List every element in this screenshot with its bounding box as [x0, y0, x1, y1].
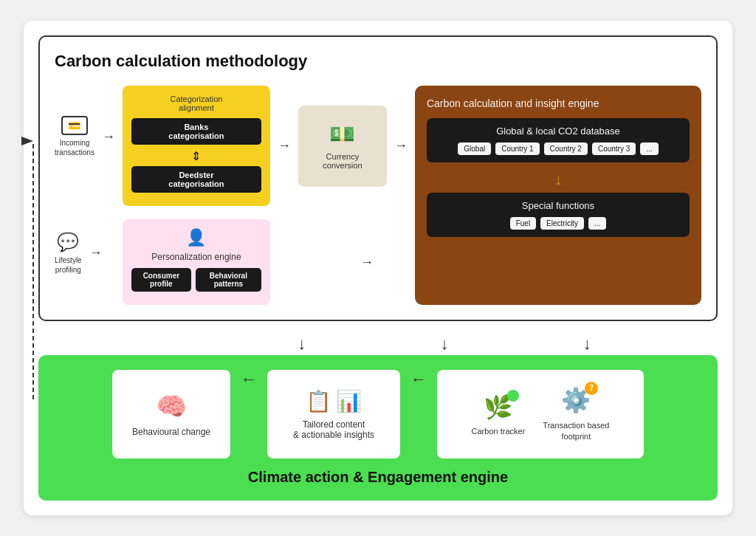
pink-buttons-row: Consumer profile Behavioral patterns — [131, 268, 261, 296]
carbon-engine-title: Carbon calculation and insight engine — [427, 97, 690, 109]
tag-global: Global — [458, 142, 491, 155]
tag-fuel: Fuel — [510, 217, 536, 230]
arrow-to-yellow: → — [102, 129, 115, 145]
tag-country3: Country 3 — [592, 142, 636, 155]
tailored-content-icons: 📋 📊 — [306, 389, 362, 413]
top-panel-row: Categorizationalignment Bankscategorisat… — [123, 86, 408, 206]
transaction-footprint-icon-wrap: ⚙️ 7 — [561, 386, 591, 414]
co2-database-panel: Global & local CO2 database Global Count… — [427, 118, 690, 162]
arrow-pink-to-brown: → — [360, 255, 374, 270]
co2-tags-row: Global Country 1 Country 2 Country 3 ... — [436, 142, 681, 155]
bottom-panel-row: 👤 Personalization engine Consumer profil… — [123, 219, 408, 305]
tailored-content-card: 📋 📊 Tailored content& actionable insight… — [267, 370, 400, 458]
behavioural-change-card: 🧠 Behavioural change — [112, 370, 230, 458]
special-functions-tags-row: Fuel Electricity ... — [436, 217, 681, 230]
tag-dots: ... — [640, 142, 658, 155]
chat-icon: 💬 — [57, 232, 79, 252]
lifestyle-profiling-row: 💬 Lifestyleprofiling → — [55, 232, 115, 275]
middle-panels: Categorizationalignment Bankscategorisat… — [123, 86, 408, 305]
tailored-content-label: Tailored content& actionable insights — [293, 419, 374, 440]
main-container: Carbon calculation methodology 💳 Incomin… — [24, 21, 732, 515]
transaction-footprint-item: ⚙️ 7 Transaction basedfootprint — [543, 386, 609, 443]
connector-arrow-3: ↓ — [583, 334, 591, 354]
transaction-footprint-label: Transaction basedfootprint — [543, 420, 609, 443]
top-wrapper: 💳 Incomingtransactions → 💬 Lifestyleprof… — [55, 86, 701, 305]
carbon-tracker-item: 🌿 Carbon tracker — [472, 393, 526, 436]
incoming-transactions-row: 💳 Incomingtransactions → — [55, 116, 115, 157]
incoming-transactions-label: Incomingtransactions — [55, 138, 94, 157]
currency-icon: 💵 — [329, 122, 355, 146]
personalization-title: Personalization engine — [131, 252, 261, 262]
arrow-yellow-to-beige: → — [278, 138, 291, 154]
transaction-badge: 7 — [585, 382, 598, 395]
bottom-section: 🧠 Behavioural change ← 📋 📊 Tailored cont… — [38, 355, 718, 501]
brain-icon: 🧠 — [156, 391, 187, 421]
down-arrow-co2: ↓ — [427, 171, 690, 188]
personalization-box: 👤 Personalization engine Consumer profil… — [123, 219, 270, 305]
behavioural-change-label: Behavioural change — [132, 427, 210, 437]
lifestyle-profiling-item: 💬 Lifestyleprofiling — [55, 232, 82, 275]
right-cards-pair: 🌿 Carbon tracker ⚙️ 7 Transaction basedf… — [437, 370, 644, 458]
exchange-icon: ⇕ — [131, 149, 261, 163]
currency-label: Currencyconversion — [323, 152, 362, 170]
special-functions-panel: Special functions Fuel Electricity ... — [427, 193, 690, 237]
connector-arrow-2: ↓ — [440, 334, 448, 354]
left-side: 💳 Incomingtransactions → 💬 Lifestyleprof… — [55, 86, 123, 305]
categorization-box: Categorizationalignment Bankscategorisat… — [123, 86, 270, 206]
arrow-tailored-to-behavioural: ← — [241, 370, 257, 458]
connector-arrows: ↓ ↓ ↓ — [38, 333, 718, 355]
carbon-tracker-icon-wrap: 🌿 — [484, 393, 513, 421]
person-icon: 👤 — [131, 228, 261, 247]
deedster-categorisation-btn: Deedstercategorisation — [131, 166, 261, 193]
arrow-beige-to-brown: → — [394, 138, 408, 154]
lifestyle-profiling-label: Lifestyleprofiling — [55, 255, 82, 275]
categorization-title: Categorizationalignment — [131, 95, 261, 112]
currency-conversion-box: 💵 Currencyconversion — [298, 106, 387, 187]
special-functions-title: Special functions — [436, 200, 681, 211]
arrow-to-pink: → — [89, 245, 103, 261]
clipboard-icon: 📋 — [306, 389, 331, 413]
consumer-profile-btn: Consumer profile — [131, 268, 191, 292]
banks-categorisation-btn: Bankscategorisation — [131, 118, 261, 145]
carbon-engine-box: Carbon calculation and insight engine Gl… — [415, 86, 701, 305]
carbon-tracker-label: Carbon tracker — [472, 427, 526, 436]
spacer: → — [278, 255, 374, 270]
bottom-section-title: Climate action & Engagement engine — [53, 469, 703, 486]
carbon-tracker-badge — [507, 390, 519, 402]
card-icon: 💳 — [61, 116, 88, 135]
bottom-cards-row: 🧠 Behavioural change ← 📋 📊 Tailored cont… — [53, 370, 703, 458]
behavioral-patterns-btn: Behavioral patterns — [196, 268, 261, 292]
arrow-carbon-to-tailored: ← — [410, 370, 427, 458]
connector-arrow-1: ↓ — [298, 334, 306, 354]
chart-icon: 📊 — [336, 389, 362, 413]
tag-country1: Country 1 — [495, 142, 539, 155]
top-section: Carbon calculation methodology 💳 Incomin… — [38, 35, 718, 321]
tag-electricity: Electricity — [540, 217, 584, 230]
top-section-title: Carbon calculation methodology — [55, 52, 701, 71]
tag-country2: Country 2 — [544, 142, 588, 155]
incoming-transactions-item: 💳 Incomingtransactions — [55, 116, 94, 157]
co2-database-title: Global & local CO2 database — [436, 126, 681, 137]
tag-more: ... — [588, 217, 606, 230]
